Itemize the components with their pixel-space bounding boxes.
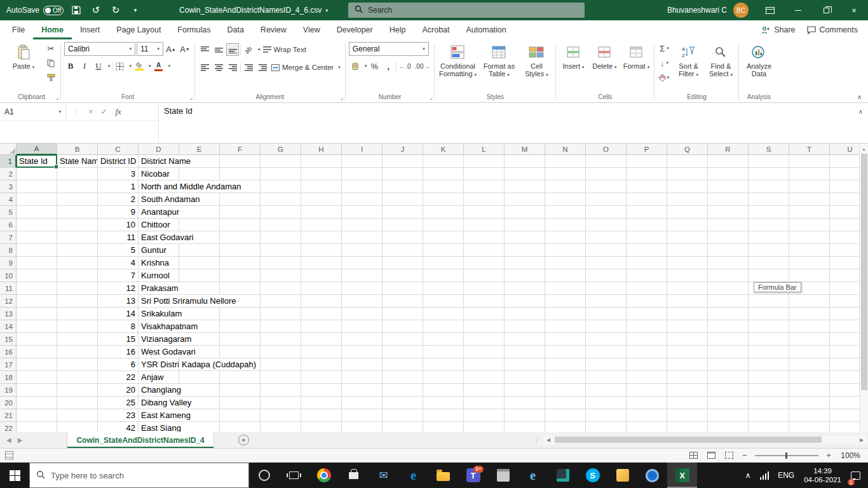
decrease-indent-icon[interactable] [242,61,255,74]
cell-P8[interactable] [627,244,667,257]
underline-dropdown-icon[interactable]: ▾ [108,64,111,69]
zoom-slider-thumb[interactable] [785,452,787,459]
scroll-left-icon[interactable]: ◀ [543,435,553,445]
cell-S15[interactable] [749,333,789,346]
formula-bar-handle[interactable]: ⋮ [72,107,79,116]
cell-I11[interactable] [342,282,383,295]
cell-F14[interactable] [220,320,261,333]
cell-R19[interactable] [708,384,749,396]
cell-G20[interactable] [261,396,301,409]
cell-T7[interactable] [789,231,830,244]
row-header-22[interactable]: 22 [0,422,17,432]
cell-P14[interactable] [627,320,667,333]
cell-L21[interactable] [464,409,505,422]
row-header-4[interactable]: 4 [0,193,17,206]
cell-S3[interactable] [749,180,789,193]
number-format-select[interactable]: General▾ [349,42,429,56]
row-header-10[interactable]: 10 [0,269,17,282]
cell-P18[interactable] [627,371,667,384]
cell-M16[interactable] [505,346,545,358]
cell-H11[interactable] [301,282,342,295]
cell-L10[interactable] [464,269,505,282]
cell-A11[interactable] [17,282,57,295]
cell-P2[interactable] [627,168,667,180]
cell-N7[interactable] [545,231,586,244]
cell-O9[interactable] [586,257,627,269]
cell-M15[interactable] [505,333,545,346]
cell-N20[interactable] [545,396,586,409]
cell-H17[interactable] [301,358,342,371]
cell-C2[interactable]: 3 [98,168,139,180]
cell-S12[interactable] [749,295,789,308]
internet-explorer-button[interactable]: e [518,463,548,488]
cell-A5[interactable] [17,206,57,219]
font-color-dropdown-icon[interactable]: ▾ [168,64,171,69]
excel-taskbar-button[interactable]: X [667,463,697,488]
cell-G10[interactable] [261,269,301,282]
column-header-Q[interactable]: Q [667,144,708,155]
cell-I10[interactable] [342,269,383,282]
cell-P3[interactable] [627,180,667,193]
cell-B12[interactable] [57,295,98,308]
select-all-corner[interactable] [0,144,17,155]
cell-O12[interactable] [586,295,627,308]
cell-I22[interactable] [342,422,383,432]
formula-input[interactable]: State Id [159,103,868,143]
cell-K16[interactable] [423,346,464,358]
cell-M1[interactable] [505,155,545,168]
cell-S2[interactable] [749,168,789,180]
row-header-2[interactable]: 2 [0,168,17,180]
cell-F2[interactable] [220,168,261,180]
cell-P11[interactable] [627,282,667,295]
cell-L5[interactable] [464,206,505,219]
taskbar-clock[interactable]: 14:39 04-06-2021 [799,466,846,484]
cell-Q12[interactable] [667,295,708,308]
merge-center-button[interactable]: Merge & Center▾ [270,61,342,74]
cell-D14[interactable]: Visakhapatnam [139,320,179,333]
zoom-level[interactable]: 100% [839,451,860,460]
cell-B13[interactable] [57,308,98,320]
cell-N2[interactable] [545,168,586,180]
cell-H16[interactable] [301,346,342,358]
cell-O22[interactable] [586,422,627,432]
cell-E5[interactable] [179,206,220,219]
cell-O17[interactable] [586,358,627,371]
cell-D2[interactable]: Nicobar [139,168,179,180]
cell-Q19[interactable] [667,384,708,396]
cell-E6[interactable] [179,219,220,231]
cell-S14[interactable] [749,320,789,333]
cell-T2[interactable] [789,168,830,180]
cell-S20[interactable] [749,396,789,409]
cell-N19[interactable] [545,384,586,396]
autosum-icon[interactable]: Σ▾ [658,42,670,55]
cell-N4[interactable] [545,193,586,206]
column-header-K[interactable]: K [423,144,464,155]
accounting-format-icon[interactable] [349,60,362,72]
cell-C18[interactable]: 22 [98,371,139,384]
cell-K14[interactable] [423,320,464,333]
cell-B22[interactable] [57,422,98,432]
cell-O13[interactable] [586,308,627,320]
cell-D17[interactable]: YSR District [139,358,179,371]
cell-T6[interactable] [789,219,830,231]
cell-O1[interactable] [586,155,627,168]
cell-H14[interactable] [301,320,342,333]
cell-I1[interactable] [342,155,383,168]
sheet-nav-right-icon[interactable]: ▶ [18,437,23,444]
cell-M21[interactable] [505,409,545,422]
minimize-button[interactable] [784,0,812,20]
column-header-H[interactable]: H [301,144,342,155]
cell-F1[interactable] [220,155,261,168]
cell-O21[interactable] [586,409,627,422]
tab-formulas[interactable]: Formulas [169,20,219,39]
undo-icon[interactable]: ↺ [89,3,103,17]
cell-S13[interactable] [749,308,789,320]
cell-Q22[interactable] [667,422,708,432]
cell-J16[interactable] [383,346,423,358]
cell-H5[interactable] [301,206,342,219]
cell-A18[interactable] [17,371,57,384]
cell-N12[interactable] [545,295,586,308]
user-name[interactable]: Bhuvaneshwari C [667,6,727,15]
cell-C7[interactable]: 11 [98,231,139,244]
cell-Q16[interactable] [667,346,708,358]
